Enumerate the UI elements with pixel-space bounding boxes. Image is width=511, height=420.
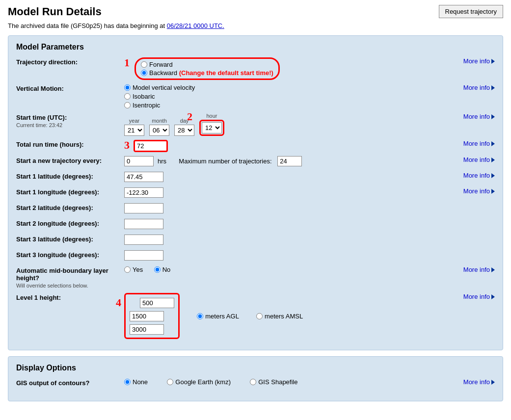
model-parameters-title: Model Parameters bbox=[16, 43, 495, 52]
levels-box: 4 bbox=[124, 293, 180, 339]
gis-more-info[interactable]: More info bbox=[451, 378, 495, 386]
auto-boundary-no-radio[interactable] bbox=[154, 266, 161, 273]
more-info-arrow-10 bbox=[491, 380, 495, 385]
model-vertical-velocity-label: Model vertical velocity bbox=[133, 84, 195, 91]
auto-boundary-no-label: No bbox=[162, 266, 171, 273]
gis-shapefile-radio[interactable] bbox=[250, 379, 256, 385]
auto-boundary-yes-option[interactable]: Yes bbox=[124, 266, 143, 273]
trajectory-direction-label: Trajectory direction: bbox=[16, 57, 124, 66]
start1-lat-label: Start 1 latitude (degrees): bbox=[16, 172, 124, 180]
meters-agl-option[interactable]: meters AGL bbox=[197, 313, 239, 320]
start2-lon-label: Start 2 longitude (degrees): bbox=[16, 219, 124, 227]
start-time-more-info[interactable]: More info bbox=[451, 113, 495, 120]
auto-boundary-more-info[interactable]: More info bbox=[451, 266, 495, 273]
start3-lat-input[interactable] bbox=[124, 235, 163, 245]
archive-info: The archived data file (GFS0p25) has dat… bbox=[8, 22, 503, 29]
start2-lat-label: Start 2 latitude (degrees): bbox=[16, 203, 124, 211]
start2-lon-input[interactable] bbox=[124, 219, 163, 229]
level1-controls: 4 meters AGL meters AMSL bbox=[124, 293, 451, 339]
year-col: year 21 bbox=[124, 118, 144, 136]
backward-option[interactable]: Backward (Change the default start time!… bbox=[141, 69, 273, 77]
start1-lon-controls bbox=[124, 187, 451, 198]
level1-input[interactable] bbox=[140, 298, 174, 308]
gis-controls: None Google Earth (kmz) GIS Shapefile bbox=[124, 378, 451, 386]
max-traj-input[interactable] bbox=[277, 156, 302, 166]
isentropic-option[interactable]: Isentropic bbox=[124, 102, 195, 109]
total-run-time-more-info[interactable]: More info bbox=[451, 140, 495, 147]
new-traj-more-info[interactable]: More info bbox=[451, 156, 495, 163]
start1-lon-more-info[interactable]: More info bbox=[451, 187, 495, 195]
forward-radio[interactable] bbox=[141, 61, 147, 68]
annotation-4: 4 bbox=[116, 297, 121, 308]
hour-select[interactable]: 12 bbox=[202, 122, 222, 133]
start1-lon-input[interactable] bbox=[124, 187, 163, 198]
auto-boundary-row: Automatic mid-boundary layer height? Wil… bbox=[16, 266, 495, 289]
new-traj-row: Start a new trajectory every: hrs Maximu… bbox=[16, 156, 495, 168]
start3-lon-input[interactable] bbox=[124, 250, 163, 261]
start2-lon-row: Start 2 longitude (degrees): bbox=[16, 219, 495, 231]
trajectory-direction-more-info[interactable]: More info bbox=[451, 57, 495, 65]
auto-boundary-yes-radio[interactable] bbox=[124, 266, 131, 273]
more-info-arrow-7 bbox=[491, 189, 495, 194]
more-info-arrow-6 bbox=[491, 173, 495, 178]
isobaric-option[interactable]: Isobaric bbox=[124, 93, 195, 100]
gis-none-radio[interactable] bbox=[124, 379, 131, 385]
year-select[interactable]: 21 bbox=[124, 125, 144, 136]
level1-more-info[interactable]: More info bbox=[451, 293, 495, 300]
day-select[interactable]: 28 bbox=[174, 125, 194, 136]
level2-input[interactable] bbox=[130, 311, 164, 321]
more-info-arrow-4 bbox=[491, 141, 495, 146]
hour-label: hour bbox=[206, 113, 217, 119]
start1-lat-more-info[interactable]: More info bbox=[451, 172, 495, 179]
model-vertical-velocity-radio[interactable] bbox=[124, 84, 131, 91]
google-earth-radio[interactable] bbox=[167, 379, 173, 385]
isentropic-radio[interactable] bbox=[124, 102, 131, 108]
total-run-time-label: Total run time (hours): bbox=[16, 140, 124, 148]
max-traj-label: Maximum number of trajectories: bbox=[179, 158, 271, 165]
more-info-arrow-5 bbox=[491, 158, 495, 162]
isobaric-radio[interactable] bbox=[124, 93, 131, 100]
meters-amsl-label: meters AMSL bbox=[265, 313, 303, 320]
hour-col: hour 2 12 bbox=[199, 113, 224, 136]
start2-lat-input[interactable] bbox=[124, 203, 163, 213]
level3-input[interactable] bbox=[130, 324, 164, 335]
google-earth-option[interactable]: Google Earth (kmz) bbox=[167, 378, 231, 386]
time-row: year 21 month 06 day 28 bbox=[124, 113, 224, 136]
model-vertical-velocity-option[interactable]: Model vertical velocity bbox=[124, 84, 195, 91]
meters-agl-radio[interactable] bbox=[197, 313, 203, 319]
start3-lon-row: Start 3 longitude (degrees): bbox=[16, 250, 495, 262]
display-options-title: Display Options bbox=[16, 364, 495, 372]
vertical-motion-label: Vertical Motion: bbox=[16, 84, 124, 92]
isobaric-label: Isobaric bbox=[133, 93, 155, 100]
start2-lon-controls bbox=[124, 219, 451, 229]
start1-lon-label: Start 1 longitude (degrees): bbox=[16, 187, 124, 196]
archive-link[interactable]: 06/28/21 0000 UTC. bbox=[167, 22, 224, 29]
vertical-motion-controls: Model vertical velocity Isobaric Isentro… bbox=[124, 84, 451, 109]
month-col: month 06 bbox=[149, 118, 169, 136]
start3-lat-label: Start 3 latitude (degrees): bbox=[16, 235, 124, 243]
forward-option[interactable]: Forward bbox=[141, 61, 273, 68]
new-traj-controls: hrs Maximum number of trajectories: bbox=[124, 156, 451, 166]
google-earth-label: Google Earth (kmz) bbox=[175, 378, 231, 386]
meters-amsl-option[interactable]: meters AMSL bbox=[256, 313, 303, 320]
start1-lat-input[interactable] bbox=[124, 172, 163, 182]
gis-shapefile-option[interactable]: GIS Shapefile bbox=[250, 378, 297, 386]
month-select[interactable]: 06 bbox=[149, 125, 169, 136]
start-time-label: Start time (UTC): Current time: 23:42 bbox=[16, 113, 124, 129]
start2-lat-row: Start 2 latitude (degrees): bbox=[16, 203, 495, 215]
start1-lat-controls bbox=[124, 172, 451, 182]
new-traj-input[interactable] bbox=[124, 156, 154, 166]
trajectory-direction-controls: 1 Forward Backward (Change the default s… bbox=[124, 57, 451, 80]
backward-radio[interactable] bbox=[141, 70, 147, 76]
total-run-time-input[interactable] bbox=[134, 140, 168, 152]
start1-lon-row: Start 1 longitude (degrees): More info bbox=[16, 187, 495, 199]
gis-none-option[interactable]: None bbox=[124, 378, 148, 386]
month-label: month bbox=[152, 118, 167, 124]
vertical-motion-more-info[interactable]: More info bbox=[451, 84, 495, 91]
display-options-panel: Display Options GIS output of contours? … bbox=[8, 356, 503, 401]
model-parameters-panel: Model Parameters Trajectory direction: 1… bbox=[8, 35, 503, 350]
auto-boundary-no-option[interactable]: No bbox=[154, 266, 171, 273]
request-trajectory-button[interactable]: Request trajectory bbox=[439, 5, 504, 18]
meters-agl-label: meters AGL bbox=[205, 313, 239, 320]
meters-amsl-radio[interactable] bbox=[256, 313, 263, 319]
